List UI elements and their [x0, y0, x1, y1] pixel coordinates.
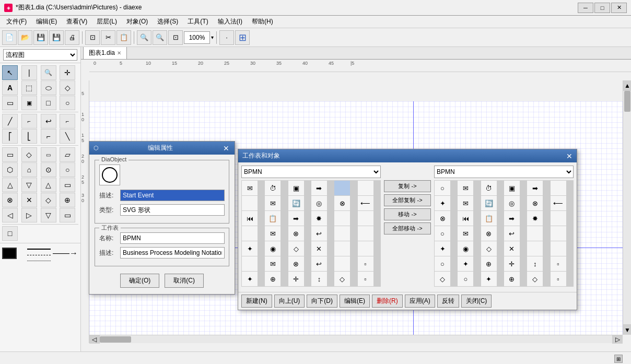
rsym-circle[interactable]: ○	[435, 181, 450, 195]
sym-arrow-r2[interactable]: ➡	[288, 211, 304, 226]
sym-scroll4[interactable]	[358, 241, 373, 256]
rsym-scroll3[interactable]	[551, 226, 566, 241]
tool-arrowr[interactable]: ▷	[21, 208, 37, 222]
tb-open[interactable]: 📂	[18, 30, 32, 45]
sym-diamond5[interactable]: ◇	[334, 272, 350, 286]
tool-roundrect[interactable]: ▣	[21, 96, 37, 110]
rsym-prev[interactable]: ⏮	[458, 211, 473, 226]
scroll-up-btn[interactable]: ▲	[623, 80, 631, 91]
rsym-x[interactable]: ✕	[504, 241, 520, 256]
tool-ortho[interactable]: ⌐	[60, 114, 75, 128]
tool-manual[interactable]: ⌂	[21, 162, 37, 177]
panel-reverse-btn[interactable]: 反转	[437, 295, 459, 308]
move-btn[interactable]: 移动 ->	[384, 208, 431, 220]
rsym-scroll2[interactable]	[551, 211, 566, 226]
sym-empty7[interactable]	[242, 256, 258, 271]
rsym-crossed[interactable]: ⊗	[435, 211, 450, 226]
arrow-sample[interactable]: ——→	[53, 249, 78, 257]
tool-diamond3[interactable]: ◇	[41, 193, 56, 207]
rsym-cross3[interactable]: ⊗	[481, 226, 497, 241]
foreground-color[interactable]	[2, 248, 17, 259]
rsym-diamond7[interactable]: ◇	[527, 272, 543, 286]
rsym-arrow[interactable]: ➡	[527, 181, 543, 195]
type-input[interactable]	[120, 204, 225, 216]
sym-empty8[interactable]	[334, 256, 350, 271]
rsym-diamond6[interactable]: ◇	[435, 272, 450, 286]
rsym-small-sq2[interactable]: ▫	[551, 272, 566, 286]
tool-plus[interactable]: ⊕	[60, 193, 75, 207]
sym-empty6[interactable]	[334, 241, 350, 256]
copy-all-btn[interactable]: 全部复制 ->	[384, 194, 431, 206]
rsym-starburst2[interactable]: ✸	[527, 211, 543, 226]
sym-cross3[interactable]: ⊗	[288, 256, 304, 271]
tool-arrowd[interactable]: ▽	[41, 208, 56, 222]
tool-alt-process[interactable]: △	[2, 178, 18, 192]
rsym-bullseye[interactable]: ◉	[458, 241, 473, 256]
rsym-cross[interactable]: ⊗	[527, 196, 543, 210]
tab-diagram1[interactable]: 图表1.dia ✕	[83, 47, 127, 59]
tb-save2[interactable]: 💾	[49, 30, 64, 45]
menu-layer[interactable]: 层层(L)	[92, 16, 121, 27]
line-style-dot[interactable]	[27, 257, 51, 261]
sym-small-sq2[interactable]: ▫	[358, 272, 373, 286]
tool-polyline[interactable]: ⌐	[21, 114, 37, 128]
rsym-envelope3[interactable]: ✉	[458, 226, 473, 241]
sym-cross2[interactable]: ⊗	[288, 226, 304, 241]
tab-close-icon[interactable]: ✕	[117, 50, 121, 56]
rsym-scroll4[interactable]	[551, 241, 566, 256]
rsym-envelope2[interactable]: ✉	[458, 196, 473, 210]
rsym-clip[interactable]: 📋	[481, 211, 497, 226]
rsym-arrow3[interactable]: ➡	[504, 211, 520, 226]
sym-arrowback2[interactable]: ↩	[311, 256, 327, 271]
tool-zoom[interactable]: 🔍	[41, 65, 56, 80]
scroll-down-btn[interactable]: ▼	[623, 324, 631, 335]
menu-tools[interactable]: 工具(T)	[183, 16, 212, 27]
desc2-input[interactable]	[120, 247, 225, 259]
tool-triangle2[interactable]: △	[41, 178, 56, 192]
rsym-star[interactable]: ✦	[435, 196, 450, 210]
rsym-arrow5[interactable]: ↕	[527, 256, 543, 271]
sym-envelope[interactable]: ✉	[242, 181, 258, 195]
tool-circle[interactable]: ○	[60, 96, 75, 110]
tool-zigzag[interactable]: ⎡	[2, 129, 18, 144]
zoom-dropdown-arrow[interactable]: ▾	[211, 34, 214, 40]
sym-arrowback[interactable]: ↩	[311, 226, 327, 241]
sym-bullseye[interactable]: ◉	[265, 241, 281, 256]
rsym-plus2[interactable]: ⊕	[481, 256, 497, 271]
sym-cross4[interactable]: ✛	[288, 272, 304, 286]
sym-arrow-r[interactable]: ➡	[311, 181, 327, 195]
tool-rect[interactable]: ▭	[2, 96, 18, 110]
sym-prev[interactable]: ⏮	[242, 211, 258, 226]
sym-arrow-l2[interactable]: ⟵	[358, 196, 373, 210]
copy-btn[interactable]: 复制 ->	[384, 180, 431, 192]
name-input[interactable]	[120, 232, 225, 244]
tool-io[interactable]: ▱	[60, 147, 75, 162]
tb-print[interactable]: 🖨	[65, 30, 79, 45]
rsym-star2[interactable]: ✦	[458, 256, 473, 271]
toolbox-category-select[interactable]: 流程图 BPMN UML	[3, 49, 77, 61]
sym-diamond4[interactable]: ◇	[288, 241, 304, 256]
panel-up-btn[interactable]: 向上(U)	[274, 295, 305, 308]
rsym-empty2[interactable]	[527, 241, 543, 256]
edit-dialog-title[interactable]: ⬡ 编辑属性 ✕	[89, 142, 235, 155]
tool-arrowl[interactable]: ◁	[2, 208, 18, 222]
rsym-clock[interactable]: ⏱	[481, 181, 497, 195]
sym-starbig[interactable]: ✦	[242, 241, 258, 256]
panel-left-dropdown[interactable]: BPMN	[241, 166, 381, 178]
tool-conn2[interactable]: ╲	[60, 129, 75, 144]
tb-save[interactable]: 💾	[33, 30, 48, 45]
zoom-input[interactable]	[184, 31, 210, 44]
tool-conn1[interactable]: ⌐	[41, 129, 56, 144]
tb-paste[interactable]: 📋	[116, 30, 131, 45]
rsym-star3[interactable]: ✦	[481, 272, 497, 286]
tool-extra[interactable]: □	[2, 226, 18, 241]
sym-empty3[interactable]	[334, 211, 350, 226]
rsym-target2[interactable]: ◎	[504, 196, 520, 210]
h-scrollbar[interactable]: ◁ ▷	[89, 335, 623, 343]
panel-down-btn[interactable]: 向下(D)	[307, 295, 337, 308]
tool-triangle-inv[interactable]: ▽	[21, 178, 37, 192]
tool-xmark[interactable]: ✕	[21, 193, 37, 207]
tool-process[interactable]: ▭	[2, 147, 18, 162]
rsym-circle4[interactable]: ○	[458, 272, 473, 286]
menu-file[interactable]: 文件(F)	[2, 16, 31, 27]
